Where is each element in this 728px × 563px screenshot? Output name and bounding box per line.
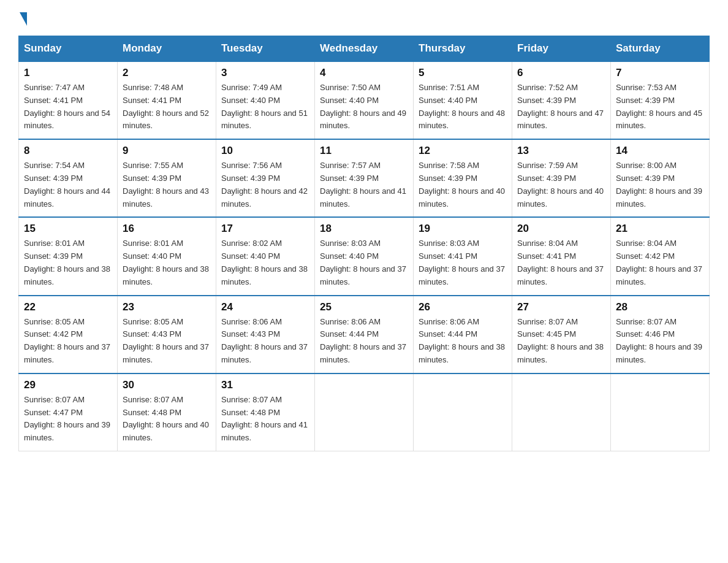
day-number: 24 xyxy=(221,301,309,313)
day-cell-17: 17Sunrise: 8:02 AMSunset: 4:40 PMDayligh… xyxy=(216,217,315,295)
day-number: 14 xyxy=(616,145,704,157)
day-cell-4: 4Sunrise: 7:50 AMSunset: 4:40 PMDaylight… xyxy=(315,61,414,139)
day-number: 27 xyxy=(517,301,605,313)
day-cell-25: 25Sunrise: 8:06 AMSunset: 4:44 PMDayligh… xyxy=(315,296,414,373)
day-info: Sunrise: 8:07 AMSunset: 4:48 PMDaylight:… xyxy=(221,394,309,445)
empty-cell xyxy=(512,373,611,451)
week-row-3: 15Sunrise: 8:01 AMSunset: 4:39 PMDayligh… xyxy=(19,217,710,295)
day-info: Sunrise: 8:01 AMSunset: 4:39 PMDaylight:… xyxy=(24,237,112,288)
logo-triangle-icon xyxy=(20,12,27,26)
day-number: 13 xyxy=(517,145,605,157)
day-number: 10 xyxy=(221,145,309,157)
day-number: 3 xyxy=(221,67,309,79)
day-info: Sunrise: 8:01 AMSunset: 4:40 PMDaylight:… xyxy=(123,237,211,288)
day-info: Sunrise: 8:03 AMSunset: 4:41 PMDaylight:… xyxy=(419,237,507,288)
day-cell-5: 5Sunrise: 7:51 AMSunset: 4:40 PMDaylight… xyxy=(414,61,512,139)
day-number: 20 xyxy=(517,223,605,235)
day-number: 9 xyxy=(123,145,211,157)
day-number: 25 xyxy=(320,301,408,313)
empty-cell xyxy=(315,373,414,451)
day-cell-1: 1Sunrise: 7:47 AMSunset: 4:41 PMDaylight… xyxy=(19,61,118,139)
day-number: 28 xyxy=(616,301,704,313)
day-info: Sunrise: 7:57 AMSunset: 4:39 PMDaylight:… xyxy=(320,159,408,210)
week-row-5: 29Sunrise: 8:07 AMSunset: 4:47 PMDayligh… xyxy=(19,373,710,451)
day-cell-12: 12Sunrise: 7:58 AMSunset: 4:39 PMDayligh… xyxy=(414,139,512,217)
day-cell-20: 20Sunrise: 8:04 AMSunset: 4:41 PMDayligh… xyxy=(512,217,611,295)
logo xyxy=(18,12,27,25)
day-number: 8 xyxy=(24,145,112,157)
day-info: Sunrise: 7:56 AMSunset: 4:39 PMDaylight:… xyxy=(221,159,309,210)
week-row-2: 8Sunrise: 7:54 AMSunset: 4:39 PMDaylight… xyxy=(19,139,710,217)
day-number: 12 xyxy=(419,145,507,157)
day-cell-2: 2Sunrise: 7:48 AMSunset: 4:41 PMDaylight… xyxy=(118,61,216,139)
day-number: 1 xyxy=(24,67,112,79)
day-info: Sunrise: 8:02 AMSunset: 4:40 PMDaylight:… xyxy=(221,237,309,288)
day-cell-26: 26Sunrise: 8:06 AMSunset: 4:44 PMDayligh… xyxy=(414,296,512,373)
day-number: 16 xyxy=(123,223,211,235)
day-cell-14: 14Sunrise: 8:00 AMSunset: 4:39 PMDayligh… xyxy=(611,139,710,217)
day-number: 2 xyxy=(123,67,211,79)
day-info: Sunrise: 8:06 AMSunset: 4:44 PMDaylight:… xyxy=(419,316,507,367)
week-row-1: 1Sunrise: 7:47 AMSunset: 4:41 PMDaylight… xyxy=(19,61,710,139)
day-info: Sunrise: 8:03 AMSunset: 4:40 PMDaylight:… xyxy=(320,237,408,288)
day-number: 26 xyxy=(419,301,507,313)
empty-cell xyxy=(414,373,512,451)
day-info: Sunrise: 7:59 AMSunset: 4:39 PMDaylight:… xyxy=(517,159,605,210)
day-number: 23 xyxy=(123,301,211,313)
day-cell-8: 8Sunrise: 7:54 AMSunset: 4:39 PMDaylight… xyxy=(19,139,118,217)
day-info: Sunrise: 8:04 AMSunset: 4:42 PMDaylight:… xyxy=(616,237,704,288)
day-cell-19: 19Sunrise: 8:03 AMSunset: 4:41 PMDayligh… xyxy=(414,217,512,295)
day-info: Sunrise: 8:06 AMSunset: 4:43 PMDaylight:… xyxy=(221,316,309,367)
col-header-monday: Monday xyxy=(118,36,216,62)
day-number: 7 xyxy=(616,67,704,79)
day-number: 29 xyxy=(24,379,112,391)
day-number: 4 xyxy=(320,67,408,79)
day-number: 15 xyxy=(24,223,112,235)
day-cell-21: 21Sunrise: 8:04 AMSunset: 4:42 PMDayligh… xyxy=(611,217,710,295)
day-cell-29: 29Sunrise: 8:07 AMSunset: 4:47 PMDayligh… xyxy=(19,373,118,451)
day-number: 31 xyxy=(221,379,309,391)
empty-cell xyxy=(611,373,710,451)
day-cell-27: 27Sunrise: 8:07 AMSunset: 4:45 PMDayligh… xyxy=(512,296,611,373)
day-cell-13: 13Sunrise: 7:59 AMSunset: 4:39 PMDayligh… xyxy=(512,139,611,217)
day-info: Sunrise: 7:50 AMSunset: 4:40 PMDaylight:… xyxy=(320,82,408,132)
col-header-wednesday: Wednesday xyxy=(315,36,414,62)
day-info: Sunrise: 7:53 AMSunset: 4:39 PMDaylight:… xyxy=(616,82,704,132)
day-info: Sunrise: 7:52 AMSunset: 4:39 PMDaylight:… xyxy=(517,82,605,132)
day-info: Sunrise: 7:55 AMSunset: 4:39 PMDaylight:… xyxy=(123,159,211,210)
day-cell-30: 30Sunrise: 8:07 AMSunset: 4:48 PMDayligh… xyxy=(118,373,216,451)
week-row-4: 22Sunrise: 8:05 AMSunset: 4:42 PMDayligh… xyxy=(19,296,710,373)
day-number: 11 xyxy=(320,145,408,157)
day-cell-31: 31Sunrise: 8:07 AMSunset: 4:48 PMDayligh… xyxy=(216,373,315,451)
day-number: 19 xyxy=(419,223,507,235)
col-header-sunday: Sunday xyxy=(19,36,118,62)
col-header-friday: Friday xyxy=(512,36,611,62)
day-cell-22: 22Sunrise: 8:05 AMSunset: 4:42 PMDayligh… xyxy=(19,296,118,373)
calendar-header-row: SundayMondayTuesdayWednesdayThursdayFrid… xyxy=(19,36,710,62)
day-info: Sunrise: 8:07 AMSunset: 4:45 PMDaylight:… xyxy=(517,316,605,367)
day-info: Sunrise: 7:54 AMSunset: 4:39 PMDaylight:… xyxy=(24,159,112,210)
calendar-table: SundayMondayTuesdayWednesdayThursdayFrid… xyxy=(18,36,710,451)
day-number: 6 xyxy=(517,67,605,79)
page-header xyxy=(18,12,710,25)
day-info: Sunrise: 8:07 AMSunset: 4:46 PMDaylight:… xyxy=(616,316,704,367)
day-info: Sunrise: 8:04 AMSunset: 4:41 PMDaylight:… xyxy=(517,237,605,288)
day-cell-3: 3Sunrise: 7:49 AMSunset: 4:40 PMDaylight… xyxy=(216,61,315,139)
col-header-tuesday: Tuesday xyxy=(216,36,315,62)
day-cell-10: 10Sunrise: 7:56 AMSunset: 4:39 PMDayligh… xyxy=(216,139,315,217)
day-cell-28: 28Sunrise: 8:07 AMSunset: 4:46 PMDayligh… xyxy=(611,296,710,373)
day-cell-18: 18Sunrise: 8:03 AMSunset: 4:40 PMDayligh… xyxy=(315,217,414,295)
day-cell-9: 9Sunrise: 7:55 AMSunset: 4:39 PMDaylight… xyxy=(118,139,216,217)
day-info: Sunrise: 7:48 AMSunset: 4:41 PMDaylight:… xyxy=(123,82,211,132)
day-info: Sunrise: 8:07 AMSunset: 4:48 PMDaylight:… xyxy=(123,394,211,445)
day-info: Sunrise: 7:51 AMSunset: 4:40 PMDaylight:… xyxy=(419,82,507,132)
day-number: 30 xyxy=(123,379,211,391)
day-info: Sunrise: 7:58 AMSunset: 4:39 PMDaylight:… xyxy=(419,159,507,210)
day-cell-23: 23Sunrise: 8:05 AMSunset: 4:43 PMDayligh… xyxy=(118,296,216,373)
day-cell-24: 24Sunrise: 8:06 AMSunset: 4:43 PMDayligh… xyxy=(216,296,315,373)
day-number: 5 xyxy=(419,67,507,79)
day-cell-16: 16Sunrise: 8:01 AMSunset: 4:40 PMDayligh… xyxy=(118,217,216,295)
day-info: Sunrise: 8:06 AMSunset: 4:44 PMDaylight:… xyxy=(320,316,408,367)
day-info: Sunrise: 8:07 AMSunset: 4:47 PMDaylight:… xyxy=(24,394,112,445)
day-cell-11: 11Sunrise: 7:57 AMSunset: 4:39 PMDayligh… xyxy=(315,139,414,217)
